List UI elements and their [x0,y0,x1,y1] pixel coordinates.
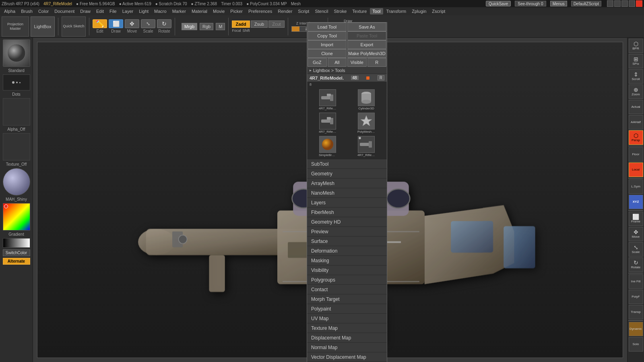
close-button[interactable] [636,0,642,7]
zoom-button[interactable]: ⊕ Zoom [629,84,643,99]
ctrl-btn-4[interactable] [629,0,635,7]
menu-stencil[interactable]: Stencil [312,8,330,14]
geometry-menu-item[interactable]: Geometry [307,169,387,179]
ctrl-btn-1[interactable] [607,0,613,7]
deformation-menu-item[interactable]: Deformation [307,246,387,256]
quicksave-button[interactable]: QuickSave [486,1,511,6]
menu-material[interactable]: Material [189,8,210,14]
brush-preview[interactable] [3,39,30,67]
see-through-button[interactable]: See-through 0 [515,1,546,6]
morph-target-menu-item[interactable]: Morph Target [307,294,387,304]
rotate-button[interactable]: ↻ [157,19,171,28]
actual-button[interactable]: Actual [629,100,643,114]
menu-picker[interactable]: Picker [228,8,245,14]
uv-map-menu-item[interactable]: UV Map [307,314,387,323]
menu-color[interactable]: Color [36,8,51,14]
arraymesh-menu-item[interactable]: ArrayMesh [307,179,387,188]
menu-render[interactable]: Render [275,8,295,14]
masking-menu-item[interactable]: Masking [307,256,387,265]
menu-edit[interactable]: Edit [94,8,106,14]
lsym-button[interactable]: L.Sym [629,179,643,194]
projection-master-button[interactable]: Projection Master [2,16,29,37]
geometry-hd-menu-item[interactable]: Geometry HD [307,217,387,227]
aahalf-button[interactable]: AAHalf [629,115,643,130]
solo-button[interactable]: Solo [629,337,643,352]
normal-map-menu-item[interactable]: Normal Map [307,343,387,352]
menu-marker[interactable]: Marker [170,8,188,14]
persp-button[interactable]: ⬡ Persp [629,130,643,145]
ctrl-btn-2[interactable] [614,0,621,7]
ctrl-btn-3[interactable] [621,0,628,7]
load-tool-button[interactable]: Load Tool [308,23,347,31]
menu-preferences[interactable]: Preferences [246,8,275,14]
goz-button[interactable]: GoZ [308,58,327,67]
displacement-map-menu-item[interactable]: Displacement Map [307,333,387,343]
draw-button[interactable]: ⬜ [109,19,123,28]
menu-brush[interactable]: Brush [19,8,35,14]
menu-zscript[interactable]: Zscript [429,8,448,14]
export-button[interactable]: Export [347,40,386,49]
tool-item-6[interactable]: 8 4R7_RifleModel [347,135,385,158]
menu-macro[interactable]: Macro [152,8,169,14]
menu-transform[interactable]: Transform [384,8,409,14]
menu-zplugin[interactable]: Zplugin [409,8,429,14]
rotate-button[interactable]: ↻ Rotate [629,257,643,272]
menu-file[interactable]: File [107,8,119,14]
menu-layer[interactable]: Layer [120,8,136,14]
tool-item-2[interactable]: Cylinder3D [347,88,385,111]
move-button[interactable]: ✥ Move [629,227,643,241]
transp-button[interactable]: Transp [629,305,643,319]
polyf-button[interactable]: PolyF [629,290,643,304]
tool-item-1[interactable]: 4R7_RifleModel [309,88,347,111]
menu-alpha[interactable]: Alpha [2,8,18,14]
zadd-button[interactable]: Zadd [232,21,250,28]
nanomesh-menu-item[interactable]: NanoMesh [307,188,387,198]
alternate-button[interactable]: Alternate [3,258,30,265]
surface-menu-item[interactable]: Surface [307,237,387,246]
brush-dots[interactable] [3,74,30,90]
save-as-button[interactable]: Save As [347,23,386,31]
menu-light[interactable]: Light [136,8,151,14]
floor-button[interactable]: Floor [629,147,643,162]
model-r-button[interactable]: R [378,75,384,80]
local-button[interactable]: Local [629,162,643,177]
all-button[interactable]: All [328,58,347,67]
inefill-button[interactable]: Ine Fill [629,274,643,289]
preview-menu-item[interactable]: Preview [307,227,387,237]
move-button[interactable]: ✥ [125,19,139,28]
polygroups-menu-item[interactable]: Polygroups [307,275,387,285]
zsub-button[interactable]: Zsub [251,21,268,28]
fibermesh-menu-item[interactable]: FiberMesh [307,208,387,217]
texture-map-menu-item[interactable]: Texture Map [307,323,387,333]
visibility-menu-item[interactable]: Visibility [307,265,387,275]
m-button[interactable]: M [216,23,225,30]
make-polymesh3d-button[interactable]: Make PolyMesh3D [347,49,386,58]
subtool-menu-item[interactable]: SubTool [307,159,387,169]
texture-preview[interactable] [3,133,30,160]
lightbox-tools-row[interactable]: ▸ Lightbox > Tools [307,67,387,74]
material-preview[interactable] [3,168,30,195]
frame-button[interactable]: ⬜ Frame [629,212,643,226]
alpha-preview[interactable] [3,98,30,125]
clone-button[interactable]: Clone [308,49,347,58]
xyz-button[interactable]: XYZ [629,195,643,209]
mrgb-button[interactable]: Mrgb [182,23,197,30]
tool-item-3[interactable]: 4R7_RifleModel [309,112,347,134]
menu-document[interactable]: Document [52,8,77,14]
vector-displacement-menu-item[interactable]: Vector Displacement Map [307,352,387,362]
scale-button[interactable]: ⤡ [141,19,155,28]
bpr-button[interactable]: ⬡ BPR [629,39,643,53]
menu-texture[interactable]: Texture [350,8,369,14]
lightbox-button[interactable]: LightBox [31,16,55,37]
menus-button[interactable]: Menus [550,1,567,6]
polypaint-menu-item[interactable]: Polypaint [307,304,387,314]
tool-item-5[interactable]: SimpleBrush [309,135,347,158]
menu-movie[interactable]: Movie [211,8,227,14]
paste-tool-button[interactable]: Paste Tool [347,31,386,40]
dynamic-button[interactable]: Dynamic [629,322,643,336]
import-button[interactable]: Import [308,40,347,49]
copy-tool-button[interactable]: Copy Tool [308,31,347,40]
switch-color-button[interactable]: SwitchColor [3,249,30,256]
menu-tool[interactable]: Tool [370,8,383,14]
menu-stroke[interactable]: Stroke [331,8,349,14]
